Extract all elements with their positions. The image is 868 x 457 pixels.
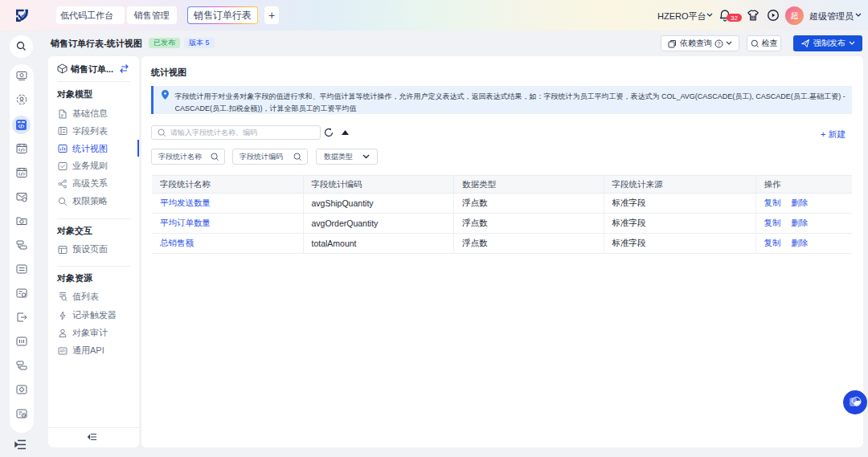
- svg-text:API: API: [59, 349, 65, 353]
- svg-text:?: ?: [718, 41, 721, 47]
